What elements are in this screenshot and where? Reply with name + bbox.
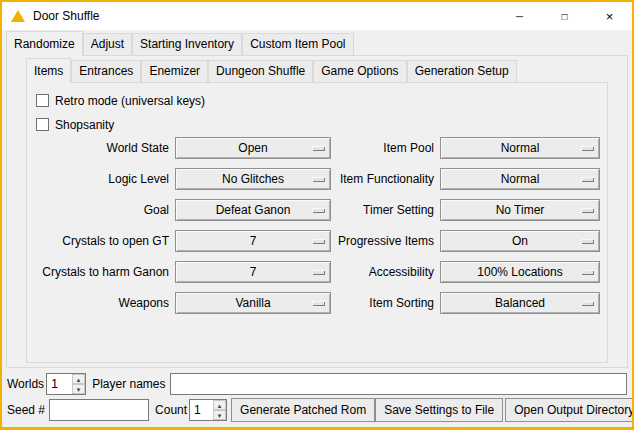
- goal-label: Goal: [35, 203, 169, 217]
- logic-level-dropdown[interactable]: No Glitches: [175, 168, 331, 190]
- minimize-button-icon[interactable]: ─: [497, 2, 542, 30]
- crystals-ganon-label: Crystals to harm Ganon: [35, 265, 169, 279]
- count-spin-buttons: ▴ ▾: [213, 400, 226, 420]
- spin-up-icon[interactable]: ▴: [72, 374, 85, 384]
- generate-patched-rom-button[interactable]: Generate Patched Rom: [231, 398, 375, 422]
- dropdown-value: 7: [250, 234, 257, 248]
- window-controls: ─ □ ×: [497, 2, 632, 30]
- worlds-spinbox: ▴ ▾: [46, 373, 86, 395]
- dropdown-indicator-icon: [312, 301, 325, 306]
- goal-dropdown[interactable]: Defeat Ganon: [175, 199, 331, 221]
- tab-generation-setup[interactable]: Generation Setup: [407, 60, 517, 82]
- world-state-label: World State: [35, 141, 169, 155]
- shopsanity-checkbox[interactable]: Shopsanity: [36, 116, 607, 133]
- app-icon: [11, 10, 25, 22]
- checkbox-box-icon: [36, 118, 49, 131]
- dropdown-value: Normal: [501, 172, 540, 186]
- tab-adjust[interactable]: Adjust: [83, 33, 132, 55]
- crystals-gt-dropdown[interactable]: 7: [175, 230, 331, 252]
- settings-grid: World State Open Item Pool Normal Logic …: [35, 137, 607, 314]
- save-settings-button[interactable]: Save Settings to File: [375, 398, 503, 422]
- open-output-directory-button[interactable]: Open Output Directory: [505, 398, 634, 422]
- door-shuffle-window: Door Shuffle ─ □ × Randomize Adjust Star…: [0, 0, 634, 430]
- checkbox-label: Retro mode (universal keys): [55, 94, 205, 108]
- client-area: Randomize Adjust Starting Inventory Cust…: [2, 30, 632, 427]
- count-spinbox: ▴ ▾: [189, 399, 227, 421]
- maximize-button-icon[interactable]: □: [542, 2, 587, 30]
- progressive-items-label: Progressive Items: [337, 234, 434, 248]
- item-sorting-label: Item Sorting: [337, 296, 434, 310]
- logic-level-label: Logic Level: [35, 172, 169, 186]
- item-pool-label: Item Pool: [337, 141, 434, 155]
- dropdown-value: Balanced: [495, 296, 545, 310]
- outer-tabbar: Randomize Adjust Starting Inventory Cust…: [6, 32, 628, 55]
- dropdown-indicator-icon: [312, 270, 325, 275]
- dropdown-value: Normal: [501, 141, 540, 155]
- dropdown-indicator-icon: [312, 177, 325, 182]
- dropdown-indicator-icon: [312, 239, 325, 244]
- tab-game-options[interactable]: Game Options: [313, 60, 406, 82]
- tab-enemizer[interactable]: Enemizer: [141, 60, 208, 82]
- count-label: Count: [155, 403, 187, 417]
- seed-row: Seed # Count ▴ ▾ Generate Patched Rom Sa…: [2, 398, 632, 422]
- player-names-label: Player names: [92, 377, 165, 391]
- spin-up-icon[interactable]: ▴: [213, 400, 226, 410]
- tab-custom-item-pool[interactable]: Custom Item Pool: [242, 33, 353, 55]
- dropdown-indicator-icon: [312, 208, 325, 213]
- tab-entrances[interactable]: Entrances: [71, 60, 141, 82]
- dropdown-indicator-icon: [312, 146, 325, 151]
- dropdown-value: No Glitches: [222, 172, 284, 186]
- worlds-label: Worlds: [7, 377, 44, 391]
- checkbox-box-icon: [36, 94, 49, 107]
- progressive-items-dropdown[interactable]: On: [440, 230, 600, 252]
- close-button-icon[interactable]: ×: [587, 2, 632, 30]
- window-title: Door Shuffle: [33, 9, 100, 23]
- timer-setting-dropdown[interactable]: No Timer: [440, 199, 600, 221]
- dropdown-value: 100% Locations: [477, 265, 562, 279]
- tab-items[interactable]: Items: [26, 58, 71, 83]
- dropdown-value: Open: [238, 141, 267, 155]
- dropdown-value: On: [512, 234, 528, 248]
- player-names-input[interactable]: [170, 373, 628, 395]
- crystals-gt-label: Crystals to open GT: [35, 234, 169, 248]
- tab-dungeon-shuffle[interactable]: Dungeon Shuffle: [208, 60, 313, 82]
- item-pool-dropdown[interactable]: Normal: [440, 137, 600, 159]
- titlebar[interactable]: Door Shuffle ─ □ ×: [2, 2, 632, 30]
- dropdown-value: Defeat Ganon: [216, 203, 291, 217]
- item-functionality-dropdown[interactable]: Normal: [440, 168, 600, 190]
- weapons-dropdown[interactable]: Vanilla: [175, 292, 331, 314]
- world-state-dropdown[interactable]: Open: [175, 137, 331, 159]
- timer-setting-label: Timer Setting: [337, 203, 434, 217]
- seed-label: Seed #: [7, 403, 45, 417]
- item-functionality-label: Item Functionality: [337, 172, 434, 186]
- weapons-label: Weapons: [35, 296, 169, 310]
- crystals-ganon-dropdown[interactable]: 7: [175, 261, 331, 283]
- worlds-spin-buttons: ▴ ▾: [72, 374, 85, 394]
- spin-down-icon[interactable]: ▾: [72, 384, 85, 394]
- accessibility-label: Accessibility: [337, 265, 434, 279]
- seed-input[interactable]: [49, 399, 149, 421]
- items-pane: Retro mode (universal keys) Shopsanity W…: [26, 82, 608, 363]
- dropdown-indicator-icon: [581, 270, 594, 275]
- checkbox-label: Shopsanity: [55, 118, 114, 132]
- tab-starting-inventory[interactable]: Starting Inventory: [132, 33, 242, 55]
- retro-mode-checkbox[interactable]: Retro mode (universal keys): [36, 92, 607, 109]
- dropdown-value: Vanilla: [235, 296, 270, 310]
- spin-down-icon[interactable]: ▾: [213, 410, 226, 420]
- dropdown-indicator-icon: [581, 208, 594, 213]
- randomize-pane: Items Entrances Enemizer Dungeon Shuffle…: [6, 55, 628, 368]
- dropdown-indicator-icon: [581, 239, 594, 244]
- dropdown-value: No Timer: [496, 203, 545, 217]
- tab-randomize[interactable]: Randomize: [6, 31, 83, 56]
- dropdown-value: 7: [250, 265, 257, 279]
- dropdown-indicator-icon: [581, 301, 594, 306]
- dropdown-indicator-icon: [581, 177, 594, 182]
- dropdown-indicator-icon: [581, 146, 594, 151]
- item-sorting-dropdown[interactable]: Balanced: [440, 292, 600, 314]
- accessibility-dropdown[interactable]: 100% Locations: [440, 261, 600, 283]
- worlds-row: Worlds ▴ ▾ Player names: [2, 372, 632, 396]
- inner-tabbar: Items Entrances Enemizer Dungeon Shuffle…: [26, 59, 627, 82]
